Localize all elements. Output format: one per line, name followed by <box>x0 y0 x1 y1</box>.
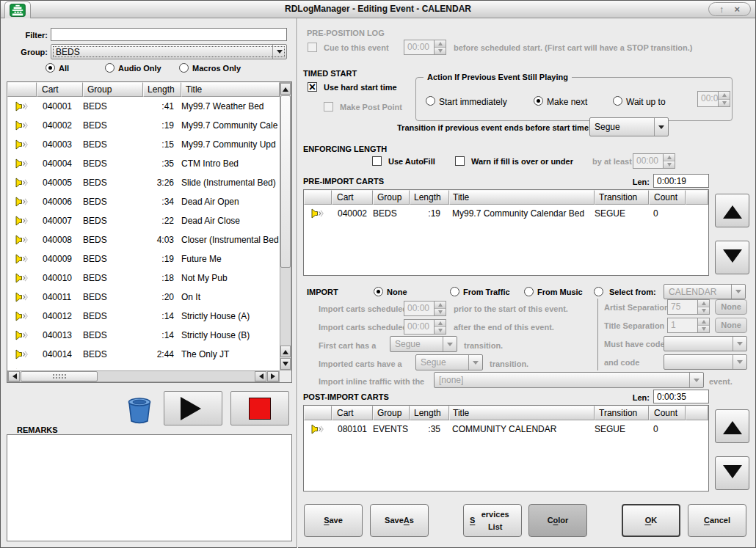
scroll-up-button[interactable] <box>280 83 291 95</box>
cart-row[interactable]: 040003 BEDS :15 My99.7 Community Upd <box>7 135 280 154</box>
cart-row[interactable]: 040010 BEDS :18 Not My Pub <box>7 268 280 288</box>
header-icon-col[interactable] <box>304 406 332 420</box>
post-import-len-label: Len: <box>617 393 650 402</box>
header-length[interactable]: Length <box>143 82 181 97</box>
header-transition[interactable]: Transition <box>595 190 649 205</box>
warn-fill-checkbox[interactable] <box>455 156 465 166</box>
post-import-move-up-button[interactable] <box>715 409 749 443</box>
header-title[interactable]: Title <box>181 82 280 97</box>
chevron-down-icon <box>731 285 745 299</box>
post-import-move-down-button[interactable] <box>715 456 749 490</box>
post-import-len-input[interactable] <box>653 390 709 403</box>
header-transition[interactable]: Transition <box>595 406 649 420</box>
cart-row[interactable]: 040012 BEDS :14 Strictly House (A) <box>7 307 280 326</box>
cell-length: 4:03 <box>143 235 181 245</box>
cart-row[interactable]: 040007 BEDS :22 Dead Air Close <box>7 211 280 230</box>
radio-all[interactable] <box>46 63 55 73</box>
radio-import-select-from[interactable] <box>594 287 603 296</box>
cart-row[interactable]: 040008 BEDS 4:03 Closer (Instrumental Be… <box>7 230 280 249</box>
maximize-icon[interactable]: ↑ <box>719 4 724 14</box>
header-group[interactable]: Group <box>373 190 410 205</box>
radio-wait-up-to[interactable] <box>613 96 622 106</box>
sched-after-prefix: Import carts scheduled <box>319 323 407 332</box>
radio-import-traffic-label: From Traffic <box>463 288 510 296</box>
vertical-scrollbar[interactable] <box>280 82 291 370</box>
cell-title: Strictly House (A) <box>181 311 280 321</box>
close-icon[interactable]: × <box>734 4 740 14</box>
cell-group: BEDS <box>83 330 143 340</box>
trash-icon[interactable] <box>126 395 153 428</box>
radio-start-immediately[interactable] <box>426 96 435 106</box>
radio-make-next-label: Make next <box>547 97 587 107</box>
speaker-icon <box>7 216 37 226</box>
cart-row[interactable]: 040004 BEDS :35 CTM Intro Bed <box>7 154 280 173</box>
cell-group: BEDS <box>83 101 143 112</box>
header-count[interactable]: Count <box>649 406 686 420</box>
scroll-down-button[interactable] <box>280 358 291 370</box>
header-group[interactable]: Group <box>373 406 410 420</box>
pre-import-move-up-button[interactable] <box>715 194 749 227</box>
header-title[interactable]: Title <box>449 190 595 205</box>
sched-prior-prefix: Import carts scheduled <box>319 304 407 313</box>
scroll-right-button[interactable] <box>267 371 279 381</box>
color-button[interactable]: Color <box>528 504 587 537</box>
titlebar[interactable]: RDLogManager - Editing Event - CALENDAR … <box>1 1 755 18</box>
cart-row[interactable]: 040002 BEDS :19 My99.7 Community Cale <box>7 116 280 135</box>
cart-row[interactable]: 040006 BEDS :34 Dead Air Open <box>7 192 280 211</box>
header-title[interactable]: Title <box>449 406 595 420</box>
pre-import-len-input[interactable] <box>653 174 709 188</box>
radio-import-music[interactable] <box>524 287 534 296</box>
scroll-up-button-2[interactable] <box>280 346 291 357</box>
radio-audio-only[interactable] <box>105 63 115 73</box>
transition-combobox[interactable]: Segue <box>589 117 669 136</box>
cell-group: BEDS <box>83 120 143 131</box>
vertical-scroll-thumb[interactable] <box>280 95 291 268</box>
header-length[interactable]: Length <box>410 190 449 205</box>
cart-row[interactable]: 040005 BEDS 3:26 Slide (Instrumental Bed… <box>7 173 280 192</box>
cart-row[interactable]: 040011 BEDS :20 On It <box>7 288 280 307</box>
stop-button[interactable] <box>230 391 289 425</box>
services-list-button[interactable]: Services List <box>463 504 522 537</box>
radio-make-next[interactable] <box>534 96 543 106</box>
cell-length: :19 <box>143 120 181 131</box>
radio-import-traffic[interactable] <box>450 287 459 296</box>
group-combobox[interactable]: BEDS <box>51 44 287 59</box>
chevron-down-icon <box>443 337 457 351</box>
rdlogmanager-window: RDLogManager - Editing Event - CALENDAR … <box>0 0 756 548</box>
remarks-input[interactable] <box>7 434 292 541</box>
pre-import-move-down-button[interactable] <box>715 241 749 274</box>
header-count[interactable]: Count <box>649 190 686 205</box>
header-cart[interactable]: Cart <box>37 82 83 97</box>
header-length[interactable]: Length <box>410 406 449 420</box>
header-group[interactable]: Group <box>83 82 143 97</box>
scroll-left-button[interactable] <box>8 371 20 381</box>
cart-row[interactable]: 040001 BEDS :41 My99.7 Weather Bed <box>7 97 280 116</box>
post-import-section-label: POST-IMPORT CARTS <box>303 392 389 401</box>
save-as-button[interactable]: Save As <box>370 504 429 537</box>
artist-separation-none-button: None <box>715 299 747 315</box>
filter-input[interactable] <box>51 28 287 41</box>
header-cart[interactable]: Cart <box>332 406 373 420</box>
header-cart[interactable]: Cart <box>332 190 373 205</box>
cart-row[interactable]: 040013 BEDS :14 Strictly House (B) <box>7 326 280 345</box>
radio-import-none[interactable] <box>374 287 383 296</box>
scroll-left-button-2[interactable] <box>255 371 266 381</box>
post-import-row[interactable]: 080101 EVENTS :35 COMMUNITY CALENDAR SEG… <box>304 420 708 438</box>
use-hard-start-checkbox[interactable] <box>308 82 317 92</box>
play-button[interactable] <box>164 391 222 425</box>
cart-row[interactable]: 040009 BEDS :19 Future Me <box>7 249 280 268</box>
use-autofill-checkbox[interactable] <box>372 156 382 166</box>
header-icon-col[interactable] <box>304 190 332 205</box>
save-button[interactable]: Save <box>304 504 363 537</box>
horizontal-scrollbar[interactable] <box>7 370 280 382</box>
radio-macros-only[interactable] <box>179 63 189 73</box>
cart-row[interactable]: 040014 BEDS 2:44 The Only JT <box>7 345 280 364</box>
ok-button[interactable]: OK <box>622 504 680 537</box>
horizontal-scroll-thumb[interactable] <box>21 371 98 381</box>
pre-import-row[interactable]: 040002 BEDS :19 My99.7 Community Calenda… <box>304 205 708 222</box>
pre-import-header: Cart Group Length Title Transition Count <box>304 190 708 205</box>
cell-title: CTM Intro Bed <box>181 158 280 169</box>
cancel-button[interactable]: Cancel <box>688 504 746 537</box>
header-icon-col[interactable] <box>7 82 37 97</box>
cart-row-partial[interactable]: 040015 BEDS Trailing <box>7 364 280 369</box>
